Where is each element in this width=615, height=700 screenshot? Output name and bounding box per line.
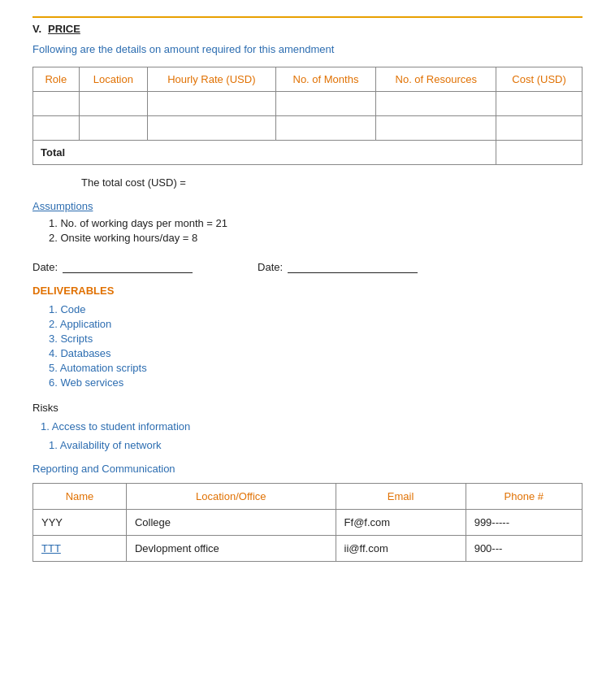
report-col-location: Location/Office [126,484,336,510]
report-phone-1: 999----- [466,510,582,536]
deliverable-6: 6. Web services [49,376,583,389]
deliverables-list: 1. Code 2. Application 3. Scripts 4. Dat… [49,303,583,389]
cell-cost-1 [496,92,583,116]
date-label-2: Date: [258,261,283,273]
cell-months-2 [275,116,376,141]
cell-resources-2 [376,116,496,141]
cell-hourly-1 [147,92,275,116]
table-row [33,116,583,141]
col-location: Location [79,67,147,92]
date-item-2: Date: [258,260,418,273]
section-subtitle: Following are the details on amount requ… [32,43,583,55]
reporting-table: Name Location/Office Email Phone # YYY C… [32,483,583,562]
report-phone-2: 900--- [466,536,582,562]
report-location-2: Devlopment office [126,536,336,562]
cell-months-1 [275,92,376,116]
cell-hourly-2 [147,116,275,141]
report-email-1: Ff@f.com [336,510,466,536]
date-label-1: Date: [32,261,58,273]
cell-location-1 [79,92,147,116]
assumption-item-2: 2. Onsite working hours/day = 8 [49,232,583,244]
total-cost-line: The total cost (USD) = [81,176,583,189]
col-months: No. of Months [275,67,376,92]
section-heading: V. PRICE [32,16,583,35]
risks-sublist: 1. Availability of network [49,439,583,451]
deliverable-5: 5. Automation scripts [49,362,583,374]
section-roman: V. [32,23,41,35]
report-name-2: TTT [33,536,127,562]
deliverables-heading: DELIVERABLES [32,285,583,297]
risks-list: 1. Access to student information [41,420,583,433]
section-title: PRICE [48,23,80,35]
date-line-1 [63,260,193,273]
assumption-item-1: 1. No. of working days per month = 21 [49,217,583,229]
report-row-2: TTT Devlopment office ii@ff.com 900--- [33,536,583,562]
report-col-phone: Phone # [466,484,582,510]
col-role: Role [33,67,80,92]
assumptions-heading: Assumptions [32,200,583,212]
col-resources: No. of Resources [376,67,496,92]
total-cost-cell [496,141,583,165]
report-col-name: Name [33,484,127,510]
col-cost: Cost (USD) [496,67,583,92]
col-hourly-rate: Hourly Rate (USD) [147,67,275,92]
report-email-2: ii@ff.com [336,536,466,562]
table-row [33,92,583,116]
cell-cost-2 [496,116,583,141]
cell-location-2 [79,116,147,141]
date-item-1: Date: [32,260,193,273]
date-row: Date: Date: [32,260,583,273]
deliverable-3: 3. Scripts [49,333,583,345]
total-label: Total [33,141,496,165]
cell-resources-1 [376,92,496,116]
price-table: Role Location Hourly Rate (USD) No. of M… [32,67,583,165]
deliverable-2: 2. Application [49,318,583,330]
deliverable-4: 4. Databases [49,347,583,359]
date-line-2 [288,260,418,273]
risk-item-1: 1. Access to student information [41,420,583,433]
reporting-heading: Reporting and Communication [32,463,583,475]
report-location-1: College [126,510,336,536]
report-col-email: Email [336,484,466,510]
cell-role-1 [33,92,80,116]
report-row-1: YYY College Ff@f.com 999----- [33,510,583,536]
risks-heading: Risks [32,402,583,414]
total-row: Total [33,141,583,165]
deliverable-1: 1. Code [49,303,583,315]
assumptions-list: 1. No. of working days per month = 21 2.… [49,217,583,244]
risk-subitem-1: 1. Availability of network [49,439,583,451]
report-name-1: YYY [33,510,127,536]
cell-role-2 [33,116,80,141]
